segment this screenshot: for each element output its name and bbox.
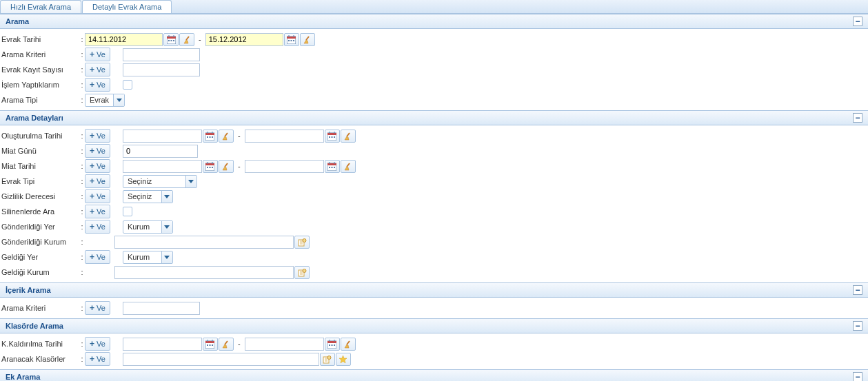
evrak-tipi-select[interactable]: Seçiniz bbox=[123, 175, 197, 188]
svg-rect-58 bbox=[212, 344, 213, 346]
ve-button[interactable]: +Ve bbox=[85, 250, 110, 264]
icerik-kriteri-input[interactable] bbox=[123, 302, 200, 315]
ve-button[interactable]: +Ve bbox=[85, 48, 110, 61]
label-arama-tipi: Arama Tipi bbox=[0, 96, 79, 104]
arama-kriteri-input[interactable] bbox=[123, 48, 200, 61]
gonderildigi-yer-select[interactable]: Kurum bbox=[123, 220, 173, 234]
svg-rect-33 bbox=[205, 163, 214, 165]
panel-header-ek: Ek Arama − bbox=[0, 369, 868, 381]
clear-icon[interactable] bbox=[219, 130, 234, 143]
geldigi-kurum-input[interactable] bbox=[114, 266, 294, 279]
calendar-icon[interactable] bbox=[325, 130, 340, 143]
miat-gunu-input[interactable] bbox=[123, 145, 198, 158]
svg-rect-57 bbox=[210, 344, 211, 346]
gizlilik-select[interactable]: Seçiniz bbox=[123, 190, 173, 203]
svg-line-31 bbox=[347, 133, 350, 136]
svg-rect-28 bbox=[329, 136, 330, 138]
kaldirilma-from[interactable] bbox=[123, 338, 202, 351]
collapse-arama[interactable]: − bbox=[853, 17, 862, 26]
svg-rect-22 bbox=[212, 136, 213, 138]
collapse-detaylar[interactable]: − bbox=[853, 113, 862, 123]
ve-button[interactable]: +Ve bbox=[85, 78, 110, 92]
tab-hizli-evrak-arama[interactable]: Hızlı Evrak Arama bbox=[0, 0, 81, 13]
ve-button[interactable]: +Ve bbox=[85, 189, 110, 203]
chevron-down-icon[interactable] bbox=[161, 191, 172, 203]
svg-rect-56 bbox=[207, 344, 208, 346]
panel-title-detaylar: Arama Detayları bbox=[6, 114, 63, 122]
svg-rect-41 bbox=[327, 163, 336, 165]
label-miat-gunu: Miat Günü bbox=[0, 147, 79, 155]
silinenlerde-checkbox[interactable] bbox=[123, 207, 132, 216]
svg-rect-44 bbox=[329, 167, 330, 168]
ve-button[interactable]: +Ve bbox=[85, 220, 110, 234]
calendar-icon[interactable] bbox=[203, 130, 218, 143]
ve-button[interactable]: +Ve bbox=[85, 159, 110, 173]
evrak-tarihi-from[interactable] bbox=[85, 33, 163, 46]
lookup-icon[interactable] bbox=[294, 266, 310, 279]
chevron-down-icon[interactable] bbox=[113, 94, 124, 106]
gonderildigi-kurum-input[interactable] bbox=[114, 236, 294, 249]
arama-tipi-select[interactable]: Evrak bbox=[85, 94, 125, 107]
svg-rect-61 bbox=[327, 341, 336, 343]
collapse-klasor[interactable]: − bbox=[853, 321, 862, 331]
collapse-ek[interactable]: − bbox=[853, 372, 862, 381]
olusturulma-from[interactable] bbox=[123, 130, 202, 143]
chevron-down-icon[interactable] bbox=[185, 176, 196, 187]
svg-point-51 bbox=[303, 269, 306, 272]
ve-button[interactable]: +Ve bbox=[85, 301, 110, 315]
panel-title-ek: Ek Arama bbox=[6, 373, 40, 381]
svg-line-7 bbox=[186, 37, 189, 40]
olusturulma-to[interactable] bbox=[245, 130, 324, 143]
lookup-icon[interactable] bbox=[294, 236, 310, 249]
clear-icon[interactable] bbox=[341, 130, 356, 143]
tab-detayli-evrak-arama[interactable]: Detaylı Evrak Arama bbox=[82, 0, 172, 13]
label-evrak-tarihi: Evrak Tarihi bbox=[0, 35, 79, 43]
svg-rect-64 bbox=[329, 344, 330, 346]
miat-to[interactable] bbox=[245, 160, 324, 173]
clear-icon[interactable] bbox=[341, 160, 356, 173]
aranacak-klasorler-input[interactable] bbox=[123, 353, 319, 366]
label-aranacak-klasorler: Aranacak Klasörler bbox=[0, 355, 79, 363]
svg-rect-21 bbox=[210, 136, 211, 138]
islem-yaptiklarim-checkbox[interactable] bbox=[123, 80, 132, 90]
ve-button[interactable]: +Ve bbox=[85, 144, 110, 158]
calendar-icon[interactable] bbox=[203, 160, 218, 173]
star-icon[interactable] bbox=[336, 353, 351, 366]
chevron-down-icon[interactable] bbox=[161, 221, 172, 233]
label-olusturulma-tarihi: Oluşturulma Tarihi bbox=[0, 132, 79, 140]
svg-rect-30 bbox=[334, 136, 335, 138]
ve-button[interactable]: +Ve bbox=[85, 63, 110, 76]
kaldirilma-to[interactable] bbox=[245, 338, 324, 351]
geldigi-yer-select[interactable]: Kurum bbox=[123, 251, 173, 264]
evrak-kayit-sayisi-input[interactable] bbox=[123, 63, 200, 76]
clear-icon[interactable] bbox=[219, 160, 234, 173]
ve-button[interactable]: +Ve bbox=[85, 129, 110, 143]
chevron-down-icon[interactable] bbox=[161, 251, 172, 263]
clear-icon[interactable] bbox=[300, 33, 315, 46]
calendar-icon[interactable] bbox=[325, 160, 340, 173]
svg-rect-37 bbox=[210, 167, 211, 168]
clear-icon[interactable] bbox=[179, 33, 194, 46]
clear-icon[interactable] bbox=[219, 338, 234, 351]
collapse-icerik[interactable]: − bbox=[853, 285, 862, 295]
lookup-icon[interactable] bbox=[320, 353, 335, 366]
calendar-icon[interactable] bbox=[163, 33, 179, 46]
calendar-icon[interactable] bbox=[284, 33, 299, 46]
ve-button[interactable]: +Ve bbox=[85, 337, 110, 351]
panel-header-icerik: İçerik Arama − bbox=[0, 282, 868, 298]
evrak-tarihi-to[interactable] bbox=[205, 33, 283, 46]
calendar-icon[interactable] bbox=[203, 338, 218, 351]
calendar-icon[interactable] bbox=[325, 338, 340, 351]
label-miat-tarihi: Miat Tarihi bbox=[0, 162, 79, 170]
label-arama-kriteri: Arama Kriteri bbox=[0, 50, 79, 59]
ve-button[interactable]: +Ve bbox=[85, 174, 110, 188]
svg-rect-36 bbox=[207, 167, 208, 168]
label-evrak-tipi: Evrak Tipi bbox=[0, 177, 79, 185]
svg-rect-6 bbox=[173, 40, 174, 41]
miat-from[interactable] bbox=[123, 160, 202, 173]
clear-icon[interactable] bbox=[341, 338, 356, 351]
ve-button[interactable]: +Ve bbox=[85, 205, 110, 218]
svg-rect-25 bbox=[327, 133, 336, 135]
svg-line-39 bbox=[225, 163, 228, 167]
ve-button[interactable]: +Ve bbox=[85, 352, 110, 366]
